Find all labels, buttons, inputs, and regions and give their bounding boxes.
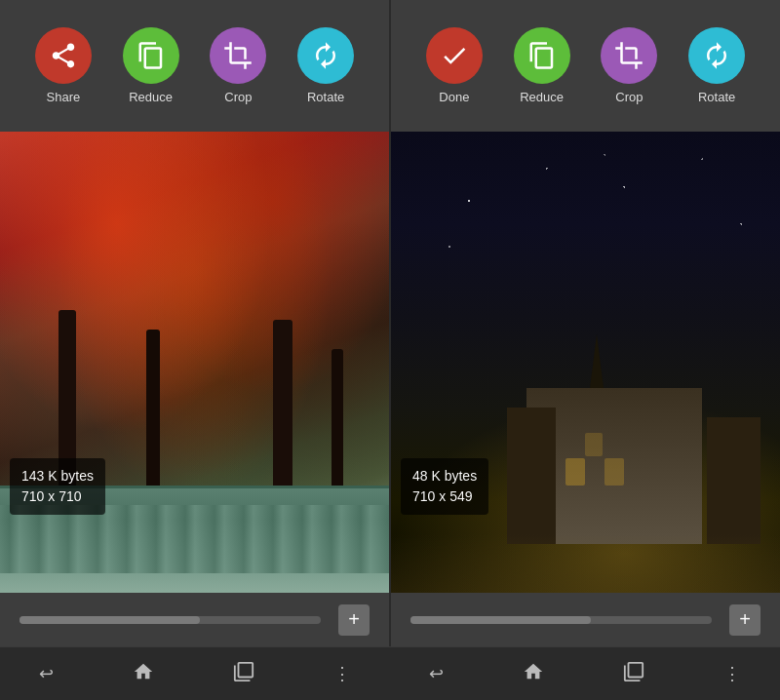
crop-icon-bg-right bbox=[601, 27, 657, 84]
right-home-button[interactable] bbox=[513, 656, 554, 692]
right-menu-button[interactable]: ⋮ bbox=[714, 658, 751, 689]
rotate-tool-left[interactable]: Rotate bbox=[297, 27, 354, 104]
castle-window-2 bbox=[604, 458, 624, 486]
reduce-tool-left[interactable]: Reduce bbox=[123, 27, 179, 104]
left-image-info: 143 K bytes 710 x 710 bbox=[10, 458, 105, 515]
left-recent-button[interactable] bbox=[223, 656, 264, 692]
ground-glow bbox=[391, 534, 780, 593]
done-icon-bg bbox=[426, 27, 483, 84]
share-icon-bg bbox=[35, 27, 92, 84]
left-progress-bar bbox=[20, 616, 321, 624]
rotate-icon-bg-right bbox=[688, 27, 745, 84]
right-recent-button[interactable] bbox=[613, 656, 654, 692]
left-toolbar: Share Reduce Crop bbox=[0, 0, 389, 132]
reduce-icon-left bbox=[136, 41, 166, 70]
left-recent-icon bbox=[233, 661, 254, 682]
crop-icon-bg-left bbox=[210, 27, 266, 84]
left-image: 143 K bytes 710 x 710 bbox=[0, 132, 389, 593]
left-bottom-bar: + bbox=[0, 593, 389, 646]
reduce-label-right: Reduce bbox=[520, 90, 564, 104]
left-add-button[interactable]: + bbox=[338, 604, 370, 636]
right-image: 48 K bytes 710 x 549 bbox=[391, 132, 780, 593]
right-nav: ↩ ⋮ bbox=[390, 646, 780, 700]
crop-icon-left bbox=[223, 41, 253, 70]
right-image-area: 48 K bytes 710 x 549 bbox=[391, 132, 780, 593]
crop-tool-left[interactable]: Crop bbox=[210, 27, 266, 104]
tree-trunk-4 bbox=[332, 349, 343, 505]
share-icon bbox=[49, 41, 78, 70]
share-tool[interactable]: Share bbox=[35, 27, 92, 104]
reduce-icon-bg-right bbox=[514, 27, 570, 84]
right-add-button[interactable]: + bbox=[729, 604, 760, 636]
left-menu-button[interactable]: ⋮ bbox=[324, 658, 361, 689]
done-tool[interactable]: Done bbox=[426, 27, 483, 104]
right-image-info: 48 K bytes 710 x 549 bbox=[401, 458, 488, 515]
rotate-label-left: Rotate bbox=[307, 90, 344, 104]
left-image-area: 143 K bytes 710 x 710 bbox=[0, 132, 389, 593]
castle-tower-left bbox=[507, 408, 556, 544]
right-image-size: 48 K bytes bbox=[412, 466, 477, 486]
crop-label-right: Crop bbox=[615, 90, 643, 104]
done-icon bbox=[440, 41, 469, 70]
castle-window-1 bbox=[566, 458, 585, 486]
left-home-icon bbox=[133, 661, 154, 682]
right-toolbar: Done Reduce Crop bbox=[391, 0, 780, 132]
right-image-dimensions: 710 x 549 bbox=[412, 486, 477, 507]
left-image-size: 143 K bytes bbox=[21, 466, 94, 486]
rotate-icon-bg-left bbox=[297, 27, 354, 84]
right-back-button[interactable]: ↩ bbox=[419, 658, 453, 689]
tree-trunk-2 bbox=[146, 330, 160, 505]
bottom-nav-container: ↩ ⋮ ↩ ⋮ bbox=[0, 646, 780, 700]
done-label: Done bbox=[439, 90, 469, 104]
left-home-button[interactable] bbox=[123, 656, 164, 692]
left-nav: ↩ ⋮ bbox=[0, 646, 390, 700]
castle-spire bbox=[590, 334, 604, 388]
rotate-icon-left bbox=[311, 41, 340, 70]
right-panel: Done Reduce Crop bbox=[391, 0, 780, 646]
share-label: Share bbox=[47, 90, 81, 104]
roof-tiles bbox=[0, 505, 389, 573]
right-progress-fill bbox=[410, 616, 591, 624]
reduce-label-left: Reduce bbox=[129, 90, 173, 104]
crop-label-left: Crop bbox=[224, 90, 252, 104]
castle-body bbox=[497, 349, 770, 544]
right-home-icon bbox=[523, 661, 544, 682]
rotate-icon-right bbox=[702, 41, 731, 70]
right-recent-icon bbox=[623, 661, 644, 682]
left-panel: Share Reduce Crop bbox=[0, 0, 389, 646]
reduce-tool-right[interactable]: Reduce bbox=[514, 27, 570, 104]
right-bottom-bar: + bbox=[391, 593, 780, 646]
crop-tool-right[interactable]: Crop bbox=[601, 27, 657, 104]
reduce-icon-bg-left bbox=[123, 27, 179, 84]
reduce-icon-right bbox=[527, 41, 557, 70]
left-image-dimensions: 710 x 710 bbox=[21, 486, 94, 507]
left-progress-fill bbox=[20, 616, 200, 624]
rotate-tool-right[interactable]: Rotate bbox=[688, 27, 745, 104]
crop-icon-right bbox=[614, 41, 644, 70]
right-progress-bar bbox=[410, 616, 712, 624]
left-back-button[interactable]: ↩ bbox=[29, 658, 63, 689]
tree-trunk-3 bbox=[273, 320, 292, 505]
rotate-label-right: Rotate bbox=[698, 90, 735, 104]
castle-tower-right bbox=[707, 417, 760, 544]
castle-window-3 bbox=[585, 433, 603, 456]
